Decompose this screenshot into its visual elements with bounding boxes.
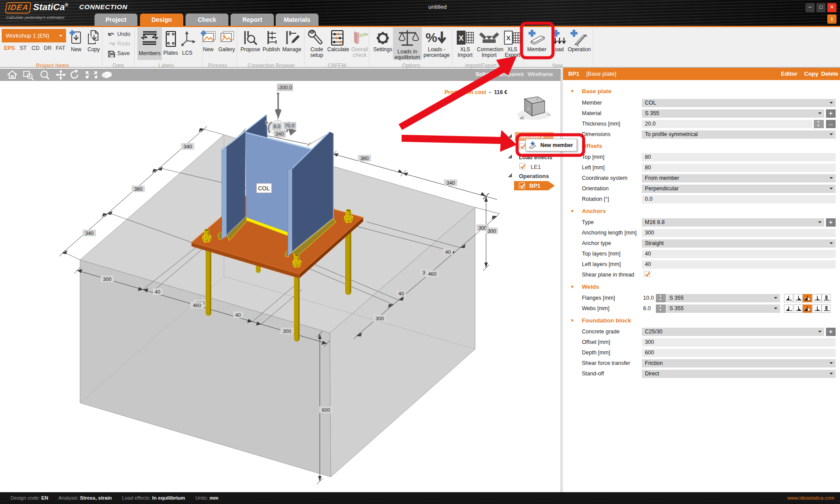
svg-text:300: 300 bbox=[478, 225, 486, 231]
svg-text:460: 460 bbox=[192, 303, 201, 308]
svg-text:y: y bbox=[527, 107, 529, 110]
svg-text:40: 40 bbox=[399, 291, 404, 296]
svg-text:300: 300 bbox=[375, 316, 384, 321]
svg-text:380: 380 bbox=[360, 156, 368, 161]
svg-text:70.0: 70.0 bbox=[285, 123, 294, 128]
svg-text:340: 340 bbox=[85, 231, 93, 236]
svg-text:40: 40 bbox=[445, 249, 451, 255]
svg-text:340: 340 bbox=[446, 180, 455, 186]
svg-text:40: 40 bbox=[235, 312, 241, 318]
svg-text:8.0: 8.0 bbox=[273, 124, 280, 129]
svg-text:40: 40 bbox=[155, 289, 161, 294]
svg-text:600: 600 bbox=[322, 407, 330, 413]
svg-text:340: 340 bbox=[183, 144, 192, 149]
svg-text:X: X bbox=[458, 34, 464, 42]
svg-text:300: 300 bbox=[487, 228, 496, 234]
svg-text:X: X bbox=[506, 34, 511, 42]
svg-text:%: % bbox=[426, 30, 438, 45]
svg-text:-300.0: -300.0 bbox=[278, 85, 292, 90]
svg-text:300: 300 bbox=[283, 329, 291, 334]
svg-text:300: 300 bbox=[103, 276, 111, 282]
svg-text:340: 340 bbox=[275, 131, 284, 136]
svg-text:z: z bbox=[536, 98, 538, 101]
svg-text:COL: COL bbox=[258, 185, 270, 192]
svg-text:380: 380 bbox=[134, 186, 142, 192]
svg-text:460: 460 bbox=[428, 271, 436, 276]
